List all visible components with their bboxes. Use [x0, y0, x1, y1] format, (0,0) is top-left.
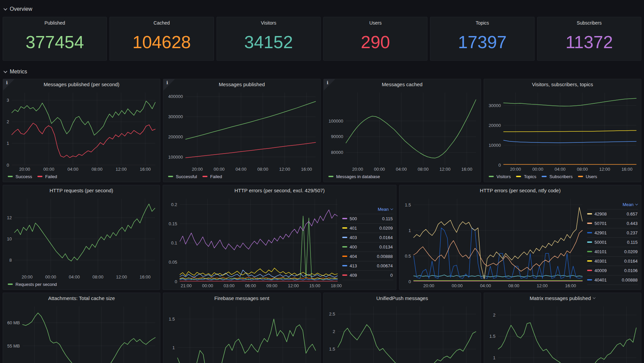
legend-row[interactable]: 507010.443 [587, 219, 638, 228]
legend-mean-value: 0.657 [626, 211, 638, 217]
panel-title[interactable]: Visitors, subscribers, topics [484, 79, 641, 89]
y-axis-tick: 55 MB [7, 343, 20, 349]
y-axis-tick: 0 [498, 163, 501, 168]
legend-mean-header[interactable]: Mean [342, 205, 393, 214]
legend-item[interactable]: Failed [202, 174, 222, 179]
stat-value: 34152 [244, 24, 293, 60]
y-axis-tick: 0 [409, 279, 411, 284]
legend-mean-value: 0.0164 [379, 235, 393, 240]
chevron-down-icon [390, 207, 393, 210]
chevron-down-icon [593, 296, 595, 299]
y-axis-tick: 100000 [329, 119, 343, 124]
series-line [504, 130, 636, 132]
legend-table: Mean5000.1154010.02094030.01644000.01344… [342, 205, 393, 280]
legend-swatch [587, 223, 592, 224]
chevron-down-icon [635, 202, 638, 205]
legend-item[interactable]: Users [578, 174, 597, 179]
legend-series-label: 403 [350, 235, 357, 240]
y-axis-tick: 1 [493, 355, 495, 360]
legend-item[interactable]: Subscribers [542, 174, 573, 179]
legend-swatch [8, 176, 13, 177]
legend-swatch [342, 218, 347, 219]
legend-table: Mean429080.657507010.443429010.237500010… [587, 200, 638, 285]
legend-item[interactable]: Successful [168, 174, 197, 179]
legend-item[interactable]: Visitors [489, 174, 511, 179]
legend-mean-header[interactable]: Mean [587, 200, 638, 209]
chart: 10000020000030000040000020:0000:0004:000… [163, 89, 320, 173]
x-axis-tick: 00:00 [214, 167, 225, 172]
x-axis-tick: 12:00 [599, 167, 610, 172]
legend-swatch [587, 213, 592, 214]
legend-item[interactable]: Failed [37, 174, 57, 179]
panel-title[interactable]: Matrix messages published [484, 293, 641, 303]
panel-title[interactable]: HTTP errors (per second, excl. 429/507) [163, 185, 396, 195]
legend: Messages in database [324, 173, 481, 182]
y-axis-tick: 20000 [489, 123, 501, 128]
legend-item[interactable]: Requests per second [8, 282, 57, 287]
legend-item[interactable]: Topics [516, 174, 536, 179]
x-axis-tick: 12:00 [116, 274, 127, 279]
panel-title[interactable]: UnifiedPush messages [324, 293, 481, 303]
legend-row[interactable]: 429080.657 [587, 209, 638, 219]
legend-series-label: 40401 [594, 277, 607, 283]
panel-title-text: Messages published [219, 81, 265, 87]
series-line [346, 100, 476, 158]
legend-row[interactable]: 4030.0164 [342, 233, 393, 242]
panel-title[interactable]: HTTP requests (per second) [3, 185, 160, 195]
panel-http-requests-rate: HTTP requests (per second) 8101220:0000:… [3, 185, 160, 290]
legend-series-label: 42901 [594, 230, 607, 235]
legend-row[interactable]: 404010.00888 [587, 275, 638, 285]
y-axis-tick: 0.1 [171, 240, 177, 245]
legend-label: Requests per second [15, 282, 57, 287]
chart-svg: 012320:0000:0004:0008:0012:0016:00 [3, 89, 160, 173]
legend: VisitorsTopicsSubscribersUsers [484, 173, 641, 182]
series-line [23, 313, 155, 363]
panel-title-text: HTTP errors (per second, excl. 429/507) [234, 188, 325, 193]
panel-title[interactable]: Firebase messages sent [163, 293, 320, 303]
legend-mean-value: 0.0209 [624, 249, 638, 254]
legend-row[interactable]: 500010.115 [587, 237, 638, 247]
legend-series-label: 413 [350, 263, 357, 268]
legend-row[interactable]: 400090.0106 [587, 266, 638, 275]
legend-swatch [342, 227, 347, 229]
legend-mean-value: 0.115 [627, 240, 638, 245]
panel-firebase-messages-sent: Firebase messages sent 0.511.520:0000:00… [163, 293, 321, 363]
panel-info-corner[interactable] [324, 79, 335, 91]
chart: 800009000010000020:0000:0004:0008:0012:0… [324, 89, 481, 173]
stat-value: 17397 [458, 24, 507, 60]
series-line [178, 319, 316, 363]
legend-row[interactable]: 4130.00674 [342, 261, 393, 270]
section-overview[interactable]: Overview [4, 6, 641, 12]
legend-label: Successful [176, 174, 197, 179]
y-axis-tick: 90000 [331, 134, 343, 139]
legend-item[interactable]: Messages in database [328, 174, 380, 179]
legend-row[interactable]: 403010.0164 [587, 256, 638, 266]
panel-title[interactable]: HTTP errors (per second, ntfy code) [399, 185, 641, 195]
legend-label: Users [586, 174, 597, 179]
panel-info-corner[interactable] [3, 79, 14, 91]
x-axis-tick: 00:00 [202, 283, 213, 288]
legend-item[interactable]: Success [8, 174, 32, 179]
legend-mean-value: 0 [390, 273, 393, 278]
panel-messages-published-rate: Messages published (per second) 012320:0… [3, 79, 160, 182]
legend-series-label: 40009 [594, 268, 607, 273]
legend: Requests per second [3, 281, 160, 290]
x-axis-tick: 04:00 [235, 167, 247, 172]
y-axis-tick: 2 [493, 312, 495, 318]
legend-row[interactable]: 4010.0209 [342, 223, 393, 233]
x-axis-tick: 08:00 [92, 167, 103, 172]
panel-title[interactable]: Messages cached [324, 79, 481, 89]
panel-info-corner[interactable] [163, 79, 175, 91]
legend-row[interactable]: 401010.0209 [587, 247, 638, 256]
section-metrics[interactable]: Metrics [4, 69, 641, 75]
legend-row[interactable]: 429010.237 [587, 228, 638, 237]
panel-title-text: Messages published (per second) [43, 81, 119, 87]
legend-row[interactable]: 4000.0134 [342, 242, 393, 252]
y-axis-tick: 60 MB [7, 320, 20, 325]
legend-row[interactable]: 5000.115 [342, 214, 393, 223]
panel-title[interactable]: Messages published [163, 79, 320, 89]
panel-title[interactable]: Attachments: Total cache size [3, 293, 160, 303]
panel-title[interactable]: Messages published (per second) [3, 79, 160, 89]
legend-row[interactable]: 4090 [342, 270, 393, 280]
legend-row[interactable]: 4040.00888 [342, 252, 393, 261]
